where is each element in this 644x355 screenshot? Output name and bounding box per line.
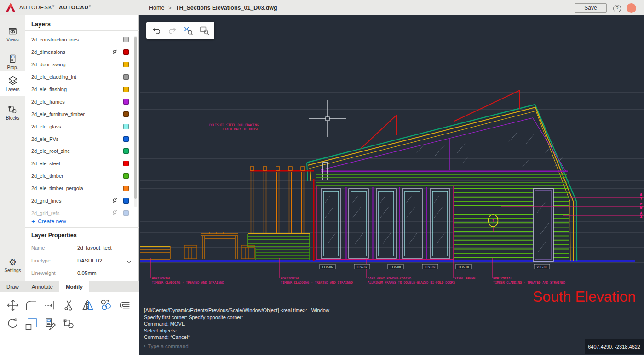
layer-color-swatch[interactable] [123, 210, 129, 216]
prompt-chevron-icon: › [144, 343, 145, 349]
layer-row[interactable]: 2d_ele_steel [25, 157, 139, 170]
breadcrumb-home[interactable]: Home [149, 5, 164, 11]
layer-off-bulb-icon[interactable] [112, 49, 118, 55]
elevation-tags: ELV-06ELV-07ELV-08ELV-09ELV-10VLT-01 [320, 264, 550, 269]
layer-row[interactable]: 2d_ele_timber_pergola [25, 182, 139, 195]
extend-icon [43, 298, 57, 312]
chevron-down-icon[interactable] [126, 260, 132, 264]
help-button[interactable]: ? [613, 5, 621, 12]
layers-panel: Layers 2d_construction lines2d_dimension… [25, 15, 139, 281]
layer-color-swatch[interactable] [123, 99, 129, 105]
material-label: TIMBER CLADDING - TREATED AND STRAINED [152, 280, 224, 285]
layer-row[interactable]: 2d_ele_timber [25, 170, 139, 182]
layer-row[interactable]: 2d_ele_cladding_int [25, 71, 139, 83]
layer-properties-title: Layer Properties [31, 232, 77, 239]
layer-color-swatch[interactable] [123, 87, 129, 92]
layer-row[interactable]: 2d_ele_frames [25, 95, 139, 108]
zoom-window-button[interactable] [198, 23, 212, 37]
rotate-button[interactable] [6, 317, 20, 331]
sidebar-item-layers[interactable]: Layers [0, 71, 25, 96]
layer-name: 2d_ele_timber_pergola [31, 186, 83, 191]
sidebar-item-blocks[interactable]: Blocks [0, 100, 25, 125]
layer-name: 2d_dimensions [31, 49, 65, 55]
layer-color-swatch[interactable] [123, 136, 129, 142]
layer-color-swatch[interactable] [123, 186, 129, 191]
layer-row[interactable]: 2d_ele_PVs [25, 133, 139, 145]
layer-color-swatch[interactable] [123, 173, 129, 179]
layer-color-swatch[interactable] [123, 148, 129, 154]
breadcrumb-separator: > [168, 5, 171, 11]
zoom-selection-button[interactable] [182, 23, 196, 37]
explode-button[interactable] [63, 317, 76, 331]
sidebar-item-views[interactable]: Views [0, 22, 25, 47]
blocks-icon [8, 105, 17, 114]
layer-row[interactable]: 2d_dimensions [25, 46, 139, 58]
trim-button[interactable] [63, 298, 76, 312]
fillet-button[interactable] [24, 298, 38, 312]
layer-off-bulb-icon[interactable] [112, 198, 118, 204]
sidebar-item-settings[interactable]: ⚙ Settings [0, 253, 25, 278]
elevation-drawing[interactable]: STFWAZ 1 POLISHED STEEL ROD BRACINGFIXED… [140, 15, 644, 355]
layer-row[interactable]: 2d_ele_furniture_timber [25, 108, 139, 120]
layer-color-swatch[interactable] [123, 124, 129, 129]
bifold-doors [316, 186, 453, 260]
linetype-select[interactable]: DASHED2 [77, 258, 102, 263]
tab-modify[interactable]: Modify [59, 281, 89, 292]
offset-button[interactable] [118, 298, 132, 312]
copy-button[interactable] [99, 298, 113, 312]
layer-color-swatch[interactable] [123, 74, 129, 80]
mirror-button[interactable] [81, 298, 95, 312]
layer-color-swatch[interactable] [123, 62, 129, 67]
layer-color-swatch[interactable] [123, 49, 129, 55]
elev-tag: VLT-01 [537, 265, 547, 268]
extend-button[interactable] [43, 298, 57, 312]
lineweight-value[interactable]: 0.05mm [77, 270, 97, 276]
svg-text:FIXED BACK TO HOUSE: FIXED BACK TO HOUSE [223, 127, 259, 131]
layer-row[interactable]: 2d_grid_refs [25, 207, 139, 218]
explode-icon [63, 317, 76, 331]
layer-row[interactable]: 2d_ele_flashing [25, 83, 139, 96]
autodesk-logo[interactable]: AUTODESK® AUTOCAD® [6, 2, 92, 12]
scale-button[interactable] [24, 317, 38, 331]
avatar[interactable] [627, 3, 636, 13]
layer-off-bulb-icon[interactable] [112, 210, 118, 216]
move-button[interactable] [6, 298, 20, 312]
layer-name: 2d_ele_flashing [31, 87, 67, 92]
polished-steel-note: POLISHED STEEL ROD BRACINGFIXED BACK TO … [209, 123, 259, 131]
undo-button[interactable] [150, 23, 163, 37]
svg-text:W: W [640, 206, 642, 209]
tab-annotate[interactable]: Annotate [25, 281, 59, 292]
save-button[interactable]: Save [575, 3, 607, 13]
timber-pergola [250, 167, 305, 234]
drawing-canvas[interactable]: STFWAZ 1 POLISHED STEEL ROD BRACINGFIXED… [140, 15, 644, 355]
layer-row[interactable]: 2d_grid_lines [25, 195, 139, 207]
command-input[interactable]: › Type a command [144, 342, 198, 350]
layer-list-scrollbar[interactable] [134, 36, 137, 207]
layer-name: 2d_ele_roof_zinc [31, 148, 70, 154]
match-properties-button[interactable] [43, 317, 57, 331]
layer-row[interactable]: 2d_construction lines [25, 34, 139, 46]
redo-button[interactable] [166, 23, 179, 37]
create-new-layer-button[interactable]: + Create new [31, 218, 66, 225]
breadcrumb-filename: TH_Sections Elevations_01_D03.dwg [176, 5, 277, 11]
elev-tag: ELV-06 [322, 265, 333, 268]
layer-row[interactable]: 2d_door_swing [25, 58, 139, 71]
layer-color-swatch[interactable] [123, 161, 129, 166]
elev-tag: ELV-09 [425, 265, 436, 268]
layer-name: 2d_grid_refs [31, 210, 59, 216]
copy-icon [99, 298, 113, 312]
gear-icon: ⚙ [9, 258, 17, 267]
layer-row[interactable]: 2d_ele_roof_zinc [25, 145, 139, 157]
tab-draw[interactable]: Draw [0, 281, 25, 292]
layer-name: 2d_construction lines [31, 37, 79, 42]
layer-name-value[interactable]: 2d_layout_text [77, 245, 112, 250]
layer-color-swatch[interactable] [123, 198, 129, 204]
layer-color-swatch[interactable] [123, 37, 129, 42]
command-placeholder: Type a command [148, 343, 188, 349]
material-labels: HORIZONTALTIMBER CLADDING - TREATED AND … [152, 276, 565, 285]
layer-name: 2d_ele_cladding_int [31, 74, 76, 80]
layer-row[interactable]: 2d_ele_glass [25, 120, 139, 133]
layer-color-swatch[interactable] [123, 111, 129, 117]
topbar-divider [140, 0, 140, 15]
sidebar-item-properties[interactable]: Prop. [0, 49, 25, 74]
